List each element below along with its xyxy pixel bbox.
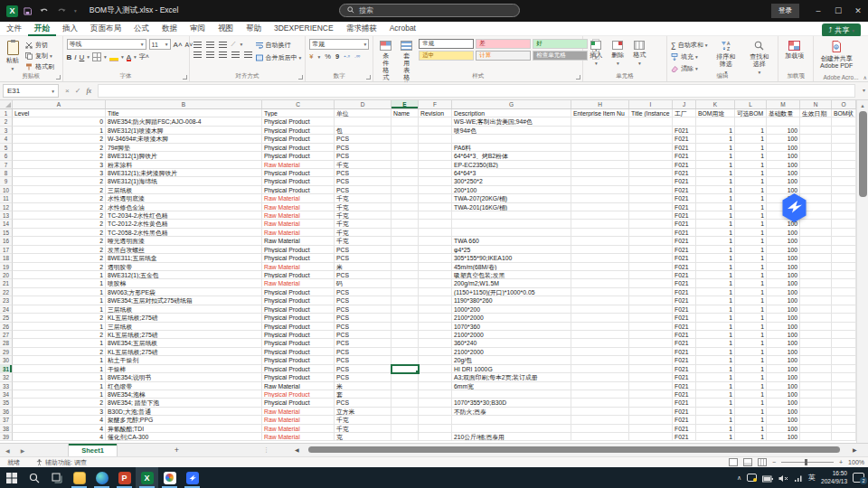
notification-center-icon[interactable]: 2 bbox=[853, 473, 864, 483]
vertical-scrollbar[interactable]: ▲ bbox=[856, 100, 868, 443]
cell[interactable]: Physical Product bbox=[262, 186, 335, 194]
cell[interactable] bbox=[800, 271, 832, 279]
cell[interactable]: F021 bbox=[673, 161, 696, 169]
menu-tab-视图[interactable]: 视图 bbox=[212, 22, 240, 36]
cell[interactable]: 1 bbox=[13, 323, 106, 331]
cell[interactable]: 100 bbox=[767, 382, 800, 390]
cell[interactable]: PCS bbox=[335, 254, 392, 262]
cell[interactable]: Raw Material bbox=[262, 194, 335, 202]
save-icon[interactable] bbox=[24, 7, 32, 15]
cell[interactable]: 1 bbox=[13, 305, 106, 314]
cell[interactable] bbox=[629, 271, 673, 279]
cell[interactable] bbox=[832, 356, 856, 364]
row-header-6[interactable]: 6 bbox=[0, 152, 13, 160]
number-format-select[interactable]: 常规▾ bbox=[309, 39, 369, 50]
cell[interactable]: 1 bbox=[696, 433, 735, 441]
share-button[interactable]: ⤴ 共享 ▾ bbox=[822, 23, 861, 37]
clipboard-dialog-launcher[interactable] bbox=[56, 75, 61, 80]
cell[interactable]: 1 bbox=[13, 279, 106, 287]
cell[interactable]: 1 bbox=[696, 399, 735, 407]
cell[interactable] bbox=[392, 169, 419, 177]
cell[interactable]: Physical Product bbox=[262, 348, 335, 356]
file-explorer-taskbar-icon[interactable] bbox=[68, 467, 90, 488]
sign-in-button[interactable]: 登录 bbox=[771, 4, 799, 18]
row-header-29[interactable]: 29 bbox=[0, 348, 13, 356]
cell[interactable]: 8WE354;防火脚踏FSC;AJO-008-4 bbox=[106, 117, 262, 126]
percent-format-icon[interactable]: % bbox=[325, 52, 331, 61]
cell[interactable]: 4 bbox=[13, 425, 106, 433]
cell[interactable] bbox=[800, 135, 832, 143]
cell[interactable] bbox=[392, 279, 419, 287]
cell[interactable] bbox=[419, 296, 452, 305]
cell[interactable]: 100 bbox=[767, 161, 800, 169]
cell[interactable] bbox=[392, 433, 419, 441]
cell-style-5[interactable]: 检查单元格 bbox=[533, 51, 588, 61]
cell[interactable] bbox=[832, 271, 856, 279]
cell[interactable]: 1 bbox=[735, 254, 767, 262]
cell[interactable]: 1 bbox=[735, 220, 767, 228]
menu-tab-公式[interactable]: 公式 bbox=[127, 22, 156, 36]
powerpoint-taskbar-icon[interactable]: P bbox=[113, 467, 136, 488]
cell[interactable]: 可选BOM bbox=[735, 109, 767, 117]
cell[interactable]: 1 bbox=[735, 203, 767, 211]
cell[interactable] bbox=[392, 382, 419, 390]
row-header-36[interactable]: 36 bbox=[0, 408, 13, 416]
column-header-A[interactable]: A bbox=[13, 100, 106, 108]
cell[interactable] bbox=[419, 356, 452, 364]
cell[interactable]: 1 bbox=[13, 127, 106, 135]
cell[interactable]: Physical Product bbox=[262, 135, 335, 143]
cell[interactable] bbox=[800, 288, 832, 296]
cell[interactable] bbox=[571, 296, 629, 305]
cell[interactable] bbox=[629, 331, 673, 339]
column-header-I[interactable]: I bbox=[629, 100, 673, 108]
clock[interactable]: 16:502024/9/13 bbox=[821, 470, 847, 485]
cell[interactable]: 千克 bbox=[335, 203, 392, 211]
menu-tab-Acrobat[interactable]: Acrobat bbox=[383, 22, 422, 36]
cell[interactable]: 360*240 bbox=[452, 339, 571, 347]
cell[interactable]: F021 bbox=[673, 169, 696, 177]
cell[interactable] bbox=[767, 117, 800, 126]
cell[interactable]: 1 bbox=[735, 186, 767, 194]
cell[interactable]: 100 bbox=[767, 288, 800, 296]
cell[interactable]: PCS bbox=[335, 348, 392, 356]
cell[interactable] bbox=[452, 416, 571, 424]
cell[interactable]: TC-2034-2水性红色精 bbox=[106, 211, 262, 220]
sort-filter-button[interactable]: AZ 排序和筛选▾ bbox=[711, 39, 741, 77]
cell[interactable]: 1 bbox=[735, 331, 767, 339]
cell[interactable] bbox=[832, 296, 856, 305]
align-center-icon[interactable] bbox=[206, 52, 214, 58]
cell[interactable] bbox=[832, 161, 856, 169]
cell[interactable] bbox=[392, 314, 419, 322]
cell[interactable]: Raw Material bbox=[262, 425, 335, 433]
row-header-20[interactable]: 20 bbox=[0, 271, 13, 279]
cell[interactable]: 2 bbox=[13, 144, 106, 152]
row-header-15[interactable]: 15 bbox=[0, 229, 13, 237]
cell[interactable]: 64*64*3 bbox=[452, 169, 571, 177]
cell[interactable] bbox=[800, 254, 832, 262]
row-header-12[interactable]: 12 bbox=[0, 203, 13, 211]
cell[interactable]: 1 bbox=[735, 296, 767, 305]
cell[interactable]: PCS bbox=[335, 399, 392, 407]
cell[interactable]: 2 bbox=[13, 211, 106, 220]
cell[interactable]: Raw Material bbox=[262, 220, 335, 228]
cell[interactable]: Description bbox=[452, 109, 571, 117]
cell[interactable]: F021 bbox=[673, 152, 696, 160]
cell[interactable] bbox=[800, 416, 832, 424]
cell[interactable]: 79#脚垫 bbox=[106, 144, 262, 152]
align-top-icon[interactable] bbox=[193, 42, 202, 48]
cell[interactable]: Title (Instance bbox=[629, 109, 673, 117]
search-input[interactable]: 搜索 bbox=[339, 4, 520, 17]
row-header-32[interactable]: 32 bbox=[0, 373, 13, 381]
cell[interactable]: 100 bbox=[767, 365, 800, 373]
cell[interactable] bbox=[452, 135, 571, 143]
cell[interactable]: 异氰酸酯;TDI bbox=[106, 425, 262, 433]
column-header-K[interactable]: K bbox=[696, 100, 735, 108]
cell[interactable]: F021 bbox=[673, 296, 696, 305]
cell[interactable] bbox=[832, 186, 856, 194]
cell[interactable]: 1 bbox=[696, 127, 735, 135]
meeting-app-taskbar-icon[interactable] bbox=[158, 467, 181, 488]
name-box[interactable]: E31▾ bbox=[3, 84, 59, 98]
row-header-30[interactable]: 30 bbox=[0, 356, 13, 364]
cell[interactable]: 1000*200 bbox=[452, 305, 571, 314]
row-header-8[interactable]: 8 bbox=[0, 169, 13, 177]
